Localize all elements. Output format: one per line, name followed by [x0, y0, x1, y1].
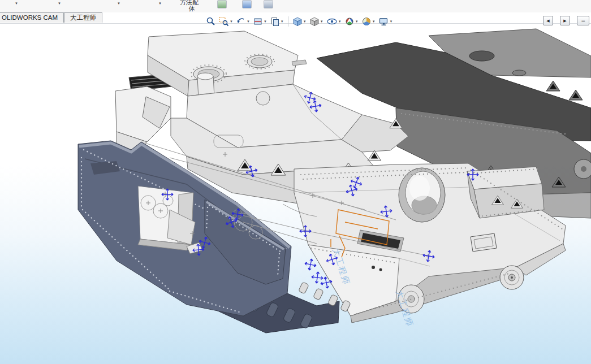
view-settings-icon [378, 16, 389, 27]
hide-show-items-icon [326, 16, 338, 27]
graphics-area[interactable]: 大工程师 大工程师 [0, 23, 591, 364]
apply-scene-button[interactable]: ▼ [360, 15, 377, 28]
toolbar-icon-partial[interactable] [264, 0, 273, 8]
chevron-down-icon: ▼ [264, 20, 267, 23]
viewport-3d[interactable]: 大工程师 大工程师 [0, 23, 591, 364]
chevron-down-icon: ▼ [338, 20, 342, 23]
command-toolbar-strip: ▼ ▼ ▼ ▼ 方法配 体 [0, 0, 591, 12]
toolbar-icon-partial[interactable] [217, 0, 227, 8]
command-button-label[interactable]: 方法配 体 [180, 0, 199, 12]
zoom-to-fit-icon [206, 16, 216, 27]
collapse-left-button[interactable]: ◀ [543, 16, 553, 25]
edit-appearance-icon [344, 16, 355, 27]
previous-view-button[interactable]: ▼ [235, 15, 251, 28]
zoom-to-fit-button[interactable] [205, 15, 217, 28]
section-view-icon [253, 16, 263, 27]
display-style-button[interactable]: ▼ [308, 15, 325, 28]
edit-appearance-button[interactable]: ▼ [343, 15, 360, 28]
hide-show-items-button[interactable]: ▼ [325, 15, 343, 28]
dropdown-caret[interactable]: ▼ [117, 2, 120, 5]
apply-scene-icon [361, 16, 372, 27]
chevron-down-icon: ▼ [230, 20, 233, 23]
heads-up-view-toolbar: ▼ ▼ ▼ ▼ [205, 14, 394, 29]
tab-solidworks-cam[interactable]: OLIDWORKS CAM [0, 12, 64, 23]
tab-da-gong-cheng-shi[interactable]: 大工程师 [64, 12, 102, 23]
view-settings-button[interactable]: ▼ [377, 15, 394, 28]
previous-view-icon [236, 16, 246, 27]
view-orientation-icon [292, 16, 303, 27]
chevron-down-icon: ▼ [247, 20, 250, 23]
chevron-down-icon: ▼ [355, 20, 359, 23]
dropdown-caret[interactable]: ▼ [58, 2, 61, 5]
zoom-to-area-button[interactable]: ▼ [218, 15, 234, 28]
command-label-line2: 体 [189, 6, 199, 12]
minimize-commandmanager-button[interactable]: − [577, 16, 589, 25]
panel-controls: ◀ ▶ − [543, 16, 589, 25]
dropdown-caret[interactable]: ▼ [158, 2, 162, 5]
sheet-views-icon [270, 16, 280, 27]
chevron-down-icon: ▼ [320, 20, 323, 23]
toolbar-separator [288, 16, 288, 27]
collapse-right-button[interactable]: ▶ [560, 16, 570, 25]
chevron-down-icon: ▼ [390, 20, 393, 23]
chevron-down-icon: ▼ [372, 20, 376, 23]
section-view-button[interactable]: ▼ [252, 15, 268, 28]
solidworks-window: 大工程师 大工程师 ▼ ▼ ▼ ▼ 方法配 体 OLIDWORKS CAM 大工… [0, 0, 591, 364]
toolbar-icon-partial[interactable] [242, 0, 252, 8]
sheet-views-button[interactable]: ▼ [269, 15, 285, 28]
chevron-down-icon: ▼ [281, 20, 284, 23]
zoom-to-area-icon [219, 16, 229, 27]
dropdown-caret[interactable]: ▼ [15, 2, 18, 5]
display-style-icon [309, 16, 320, 27]
chevron-down-icon: ▼ [303, 20, 307, 23]
view-orientation-button[interactable]: ▼ [291, 15, 308, 28]
